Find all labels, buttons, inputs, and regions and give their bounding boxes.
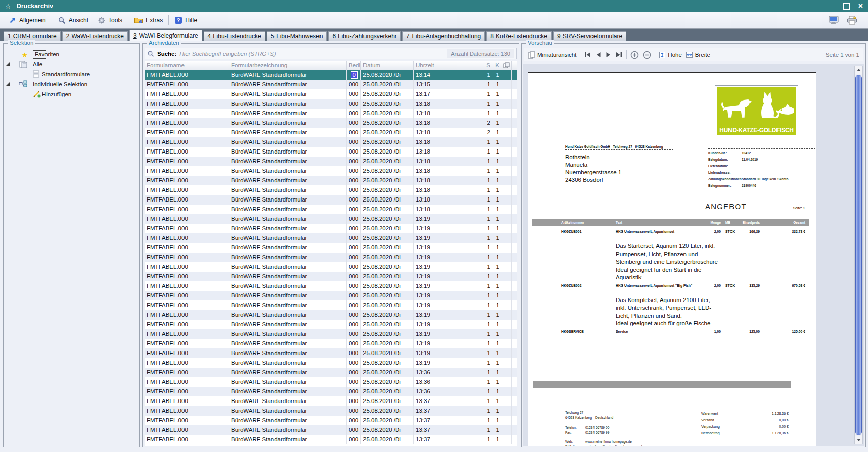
table-row[interactable]: FMTFABEL.000 BüroWARE Standardformular 0… [145, 406, 517, 416]
total-value: 1.128,36 € [772, 430, 789, 436]
tab[interactable]: 7 Fibu-Anlagenbuchhaltung [402, 31, 485, 41]
cell-s: 1 [483, 80, 493, 89]
table-row[interactable]: FMTFABEL.000 BüroWARE Standardformular 0… [145, 166, 517, 176]
table-row[interactable]: FMTFABEL.000 BüroWARE Standardformular 0… [145, 368, 517, 377]
table-row[interactable]: FMTFABEL.000 BüroWARE Standardformular 0… [145, 310, 517, 320]
monitor-icon[interactable] [829, 16, 839, 25]
scroll-up-button[interactable] [855, 66, 862, 74]
table-row[interactable]: FMTFABEL.000 BüroWARE Standardformular 0… [145, 396, 517, 406]
tab[interactable]: 5 Fibu-Mahnwesen [267, 31, 327, 41]
preview-scrollbar[interactable] [854, 66, 863, 444]
menu-hilfe[interactable]: ? Hilfe [170, 15, 202, 26]
scroll-down-button[interactable] [855, 436, 862, 444]
expander-icon[interactable] [6, 62, 10, 66]
table-row[interactable]: FMTFABEL.000 BüroWARE Standardformular 0… [145, 128, 517, 137]
table-row[interactable]: FMTFABEL.000 BüroWARE Standardformular 0… [145, 387, 517, 396]
cell-bedi: 000 [347, 195, 361, 205]
total-row: Nettobetrag 1.128,36 € [701, 430, 789, 436]
column-header-k[interactable]: K [493, 61, 502, 70]
column-header-formularbezeichnung[interactable]: Formularbezeichnung [229, 61, 347, 70]
column-header-datum[interactable]: Datum [361, 61, 414, 70]
info-label: Belegnummer: [708, 184, 742, 190]
menu-ansicht[interactable]: Ansicht [53, 15, 93, 26]
last-page-button[interactable] [615, 52, 623, 58]
table-row[interactable]: FMTFABEL.000 BüroWARE Standardformular 0… [145, 99, 517, 109]
column-header-formularname[interactable]: Formularname [145, 61, 229, 70]
search-bar[interactable]: Suche: Hier Suchbegriff eingeben (STRG+S… [145, 48, 517, 59]
total-label: Verpackung [701, 423, 779, 430]
table-row[interactable]: FMTFABEL.000 BüroWARE Standardformular 0… [145, 262, 517, 272]
table-row[interactable]: FMTFABEL.000 BüroWARE Standardformular 0… [145, 224, 517, 233]
tab[interactable]: 2 WaWi-Listendrucke [62, 31, 128, 41]
tree-item-favoriten[interactable]: ★ Favoriten [4, 49, 139, 59]
table-row[interactable]: FMTFABEL.000 BüroWARE Standardformular 0… [145, 320, 517, 329]
item-quantity: 2,00 [714, 230, 721, 233]
column-header-s[interactable]: S [483, 61, 493, 70]
table-row[interactable]: FMTFABEL.000 BüroWARE Standardformular 0… [145, 195, 517, 205]
vorschau-panel: Vorschau Miniaturansicht Höhe [521, 43, 866, 447]
item-unit: STCK [725, 284, 735, 287]
fit-height-button[interactable]: Höhe [659, 51, 682, 59]
table-row[interactable]: FMTFABEL.000 BüroWARE Standardformular 0… [145, 243, 517, 253]
zoom-out-button[interactable] [643, 51, 651, 59]
cell-datum: 25.08.2020 /Di [361, 396, 414, 406]
table-row[interactable]: FMTFABEL.000 BüroWARE Standardformular 0… [145, 358, 517, 368]
table-row[interactable]: FMTFABEL.000 BüroWARE Standardformular 0… [145, 281, 517, 291]
tab[interactable]: 9 SRV-Serviceformulare [553, 31, 626, 41]
column-header-bedi[interactable]: Bedi [347, 61, 361, 70]
table-row[interactable]: FMTFABEL.000 BüroWARE Standardformular 0… [145, 205, 517, 214]
tree-item-individuelle-selektion[interactable]: Individuelle Selektion [4, 79, 139, 89]
table-row[interactable]: FMTFABEL.000 BüroWARE Standardformular 0… [145, 109, 517, 118]
tree-item-standardformulare[interactable]: Standardformulare [4, 69, 139, 79]
cell-datum: 25.08.2020 /Di [361, 272, 414, 281]
table-row[interactable]: FMTFABEL.000 BüroWARE Standardformular 0… [145, 435, 517, 444]
table-row[interactable]: FMTFABEL.000 BüroWARE Standardformular 0… [145, 377, 517, 387]
miniaturansicht-button[interactable]: Miniaturansicht [528, 51, 576, 59]
table-row[interactable]: FMTFABEL.000 BüroWARE Standardformular 0… [145, 137, 517, 147]
expander-icon[interactable] [6, 82, 10, 86]
total-value: 1.128,36 € [772, 410, 789, 417]
column-header-uhrzeit[interactable]: Uhrzeit [414, 61, 483, 70]
table-row[interactable]: FMTFABEL.000 BüroWARE Standardformular 0… [145, 118, 517, 128]
tree-item-hinzufuegen[interactable]: Hinzufügen [4, 89, 139, 99]
table-row[interactable]: FMTFABEL.000 BüroWARE Standardformular 0… [145, 300, 517, 310]
printer-icon[interactable] [846, 16, 858, 25]
column-chooser-icon[interactable] [502, 61, 512, 70]
table-row[interactable]: FMTFABEL.000 BüroWARE Standardformular 0… [145, 253, 517, 262]
next-page-button[interactable] [605, 52, 611, 58]
table-row[interactable]: FMTFABEL.000 BüroWARE Standardformular 0… [145, 425, 517, 435]
favorite-star-icon[interactable]: ☆ [5, 3, 11, 10]
menu-allgemein[interactable]: Allgemein [4, 15, 51, 26]
menu-extras[interactable]: ? Extras [129, 15, 167, 25]
cell-formularbezeichnung: BüroWARE Standardformular [229, 396, 347, 406]
table-row[interactable]: FMTFABEL.000 BüroWARE Standardformular 0… [145, 89, 517, 99]
search-input[interactable]: Hier Suchbegriff eingeben (STRG+S) [179, 51, 276, 57]
table-row[interactable]: FMTFABEL.000 BüroWARE Standardformular 0… [145, 147, 517, 157]
total-value: 0,00 € [779, 417, 789, 423]
table-row[interactable]: FMTFABEL.000 BüroWARE Standardformular 0… [145, 339, 517, 348]
restore-window-button[interactable] [843, 3, 850, 10]
table-row[interactable]: FMTFABEL.000 BüroWARE Standardformular 0… [145, 214, 517, 224]
table-row[interactable]: FMTFABEL.000 BüroWARE Standardformular 0… [145, 329, 517, 339]
table-row[interactable]: FMTFABEL.000 BüroWARE Standardformular 0… [145, 348, 517, 358]
table-row[interactable]: FMTFABEL.000 BüroWARE Standardformular 0… [145, 416, 517, 425]
table-row[interactable]: FMTFABEL.000 BüroWARE Standardformular 0… [145, 185, 517, 195]
table-row[interactable]: FMTFABEL.000 BüroWARE Standardformular 0… [145, 80, 517, 89]
table-row[interactable]: FMTFABEL.000 BüroWARE Standardformular 0… [145, 272, 517, 281]
scrollbar-thumb[interactable] [855, 75, 862, 435]
fit-width-button[interactable]: Breite [686, 51, 710, 58]
close-window-button[interactable]: × [858, 2, 863, 10]
table-row[interactable]: FMTFABEL.000 BüroWARE Standardformular 0… [145, 70, 517, 80]
zoom-in-button[interactable] [630, 51, 639, 59]
table-row[interactable]: FMTFABEL.000 BüroWARE Standardformular 0… [145, 291, 517, 300]
recipient-address: Rothstein Manuela Nuernbergerstrasse 1 2… [565, 154, 621, 184]
tab[interactable]: 6 Fibu-Zahlungsverkehr [328, 31, 400, 41]
first-page-button[interactable] [584, 52, 592, 58]
menu-tools[interactable]: Tools [93, 15, 127, 26]
table-row[interactable]: FMTFABEL.000 BüroWARE Standardformular 0… [145, 233, 517, 243]
previous-page-button[interactable] [596, 52, 602, 58]
table-row[interactable]: FMTFABEL.000 BüroWARE Standardformular 0… [145, 157, 517, 166]
tab[interactable]: 4 Fibu-Listendrucke [204, 31, 265, 41]
tree-item-alle[interactable]: Alle [4, 59, 139, 69]
table-row[interactable]: FMTFABEL.000 BüroWARE Standardformular 0… [145, 176, 517, 185]
